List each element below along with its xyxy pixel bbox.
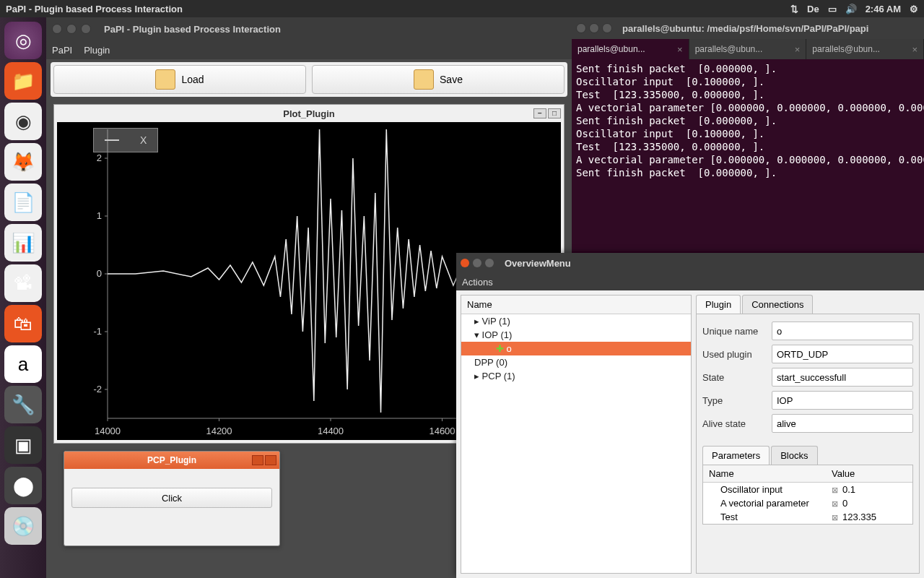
pcp-click-button[interactable]: Click bbox=[71, 488, 272, 508]
term-maximize-icon[interactable] bbox=[602, 23, 612, 33]
tab-close-icon[interactable]: × bbox=[677, 44, 683, 55]
tree-header[interactable]: Name bbox=[461, 296, 691, 314]
param-row[interactable]: Oscillator input⊠0.1 bbox=[703, 483, 912, 496]
pcp-maximize-icon[interactable] bbox=[265, 455, 276, 465]
label-alive: Alive state bbox=[702, 418, 772, 429]
terminal-title: parallels@ubuntu: /media/psf/Home/svn/Pa… bbox=[622, 23, 868, 34]
session-icon[interactable]: ⚙ bbox=[910, 4, 918, 14]
terminal-titlebar[interactable]: parallels@ubuntu: /media/psf/Home/svn/Pa… bbox=[572, 17, 924, 39]
terminal-icon[interactable]: ▣ bbox=[4, 426, 42, 464]
volume-icon[interactable]: 🔊 bbox=[845, 4, 857, 14]
tree-item[interactable]: ▸ ViP (1) bbox=[461, 314, 691, 328]
param-header-value[interactable]: Value bbox=[826, 465, 912, 482]
overview-titlebar[interactable]: OverviewMenu bbox=[456, 253, 924, 273]
input-type[interactable] bbox=[772, 391, 913, 410]
ov-close-icon[interactable] bbox=[461, 259, 469, 267]
svg-text:-1: -1 bbox=[93, 326, 102, 337]
svg-text:14400: 14400 bbox=[318, 426, 344, 436]
ov-maximize-icon[interactable] bbox=[485, 259, 494, 267]
papi-window-title: PaPI - Plugin based Process Interaction bbox=[104, 24, 281, 35]
papi-toolbar: Load Save bbox=[51, 62, 567, 97]
papi-menubar: PaPI Plugin bbox=[46, 40, 572, 59]
tab-close-icon[interactable]: × bbox=[912, 44, 918, 55]
plot-maximize-icon[interactable]: □ bbox=[548, 108, 561, 118]
firefox-icon[interactable]: 🦊 bbox=[4, 143, 42, 181]
pcp-titlebar[interactable]: PCP_Plugin bbox=[64, 452, 279, 469]
terminal-tab-1[interactable]: parallels@ubun...× bbox=[572, 39, 689, 59]
input-unique-name[interactable] bbox=[772, 322, 913, 340]
settings-icon[interactable]: 🔧 bbox=[4, 386, 42, 423]
plot-minimize-icon[interactable]: − bbox=[533, 108, 546, 118]
files-icon[interactable]: 📁 bbox=[4, 62, 42, 100]
ov-minimize-icon[interactable] bbox=[473, 259, 481, 267]
terminal-tab-2[interactable]: parallels@ubun...× bbox=[689, 39, 807, 59]
tree-item[interactable]: ▾ IOP (1) bbox=[461, 328, 691, 342]
term-close-icon[interactable] bbox=[576, 23, 586, 33]
svg-text:14200: 14200 bbox=[206, 426, 232, 436]
terminal-tabs: parallels@ubun...× parallels@ubun...× pa… bbox=[572, 39, 924, 59]
ubuntu-top-panel: PaPI - Plugin based Process Interaction … bbox=[0, 0, 924, 17]
network-icon[interactable]: ⇅ bbox=[790, 4, 798, 14]
tab-close-icon[interactable]: × bbox=[795, 44, 801, 55]
plot-legend[interactable]: X bbox=[93, 128, 158, 152]
close-icon[interactable] bbox=[52, 24, 62, 34]
save-button[interactable]: Save bbox=[312, 65, 565, 94]
keyboard-layout[interactable]: De bbox=[807, 4, 819, 14]
calc-icon[interactable]: 📊 bbox=[4, 224, 42, 262]
label-state: State bbox=[702, 372, 772, 383]
software-center-icon[interactable]: 🛍 bbox=[4, 305, 42, 342]
pcp-title-text: PCP_Plugin bbox=[147, 455, 196, 465]
disk-icon[interactable]: 💿 bbox=[4, 507, 42, 545]
terminal-tab-3[interactable]: parallels@ubun...× bbox=[806, 39, 924, 59]
maximize-icon[interactable] bbox=[81, 24, 91, 34]
dash-icon[interactable]: ◎ bbox=[4, 22, 42, 59]
clock[interactable]: 2:46 AM bbox=[866, 4, 901, 14]
svg-text:1: 1 bbox=[97, 210, 102, 221]
tree-item[interactable]: ▸ PCP (1) bbox=[461, 369, 691, 383]
writer-icon[interactable]: 📄 bbox=[4, 184, 42, 221]
svg-text:14000: 14000 bbox=[95, 426, 121, 436]
svg-text:-2: -2 bbox=[93, 384, 102, 394]
parameters-table: Name Value Oscillator input⊠0.1A vectori… bbox=[702, 465, 913, 525]
tab-blocks[interactable]: Blocks bbox=[771, 446, 817, 465]
papi-titlebar[interactable]: PaPI - Plugin based Process Interaction bbox=[46, 17, 572, 40]
plot-panel-header[interactable]: Plot_Plugin −□ bbox=[54, 105, 564, 122]
amazon-icon[interactable]: a bbox=[4, 345, 42, 383]
load-icon bbox=[155, 69, 175, 90]
input-used-plugin[interactable] bbox=[772, 345, 913, 363]
papi-app-icon[interactable]: ⬤ bbox=[4, 467, 42, 504]
impress-icon[interactable]: 📽 bbox=[4, 264, 42, 302]
terminal-window: parallels@ubuntu: /media/psf/Home/svn/Pa… bbox=[572, 17, 924, 251]
tab-parameters[interactable]: Parameters bbox=[702, 446, 770, 465]
minimize-icon[interactable] bbox=[66, 24, 77, 34]
terminal-output[interactable]: Sent finish packet [0.000000, ]. Oscilla… bbox=[572, 59, 924, 182]
label-type: Type bbox=[702, 395, 772, 406]
chrome-icon[interactable]: ◉ bbox=[4, 103, 42, 140]
tree-item[interactable]: ✚ o bbox=[461, 342, 691, 355]
tab-connections[interactable]: Connections bbox=[742, 295, 813, 314]
battery-icon[interactable]: ▭ bbox=[828, 4, 837, 14]
tree-item[interactable]: DPP (0) bbox=[461, 355, 691, 369]
save-icon bbox=[414, 69, 434, 90]
menu-plugin[interactable]: Plugin bbox=[84, 45, 110, 56]
pcp-minimize-icon[interactable] bbox=[252, 455, 263, 465]
overview-title: OverviewMenu bbox=[505, 258, 571, 269]
input-alive[interactable] bbox=[772, 414, 913, 433]
tab-plugin[interactable]: Plugin bbox=[696, 295, 741, 314]
load-button[interactable]: Load bbox=[53, 65, 306, 94]
active-window-title: PaPI - Plugin based Process Interaction bbox=[0, 4, 790, 14]
overview-menubar: Actions bbox=[456, 273, 924, 290]
param-header-name[interactable]: Name bbox=[703, 465, 826, 482]
detail-tabs: Plugin Connections bbox=[696, 295, 920, 314]
label-used-plugin: Used plugin bbox=[702, 349, 772, 360]
menu-papi[interactable]: PaPI bbox=[52, 45, 72, 56]
svg-text:2: 2 bbox=[97, 152, 102, 163]
param-row[interactable]: Test⊠123.335 bbox=[703, 510, 912, 524]
input-state[interactable] bbox=[772, 368, 913, 387]
system-tray: ⇅ De ▭ 🔊 2:46 AM ⚙ bbox=[790, 4, 924, 14]
term-minimize-icon[interactable] bbox=[589, 23, 599, 33]
menu-actions[interactable]: Actions bbox=[462, 277, 493, 288]
param-row[interactable]: A vectorial parameter⊠0 bbox=[703, 496, 912, 510]
pcp-plugin-window: PCP_Plugin Click bbox=[64, 451, 280, 546]
unity-launcher: ◎ 📁 ◉ 🦊 📄 📊 📽 🛍 a 🔧 ▣ ⬤ 💿 bbox=[0, 17, 46, 578]
